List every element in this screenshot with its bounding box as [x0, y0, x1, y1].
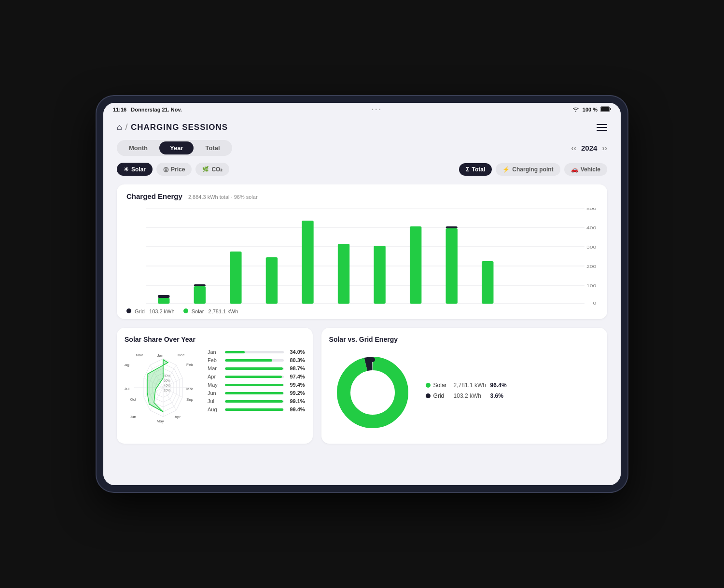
pill-charging-point[interactable]: ⚡ Charging point — [496, 163, 560, 176]
svg-rect-16 — [158, 298, 169, 304]
svg-text:Sep: Sep — [186, 397, 194, 402]
solar-table-row-jun: Jun 99.2% — [208, 390, 305, 396]
tab-month[interactable]: Month — [118, 141, 158, 154]
svg-rect-32 — [410, 226, 421, 304]
pill-price[interactable]: ◎ Price — [156, 163, 192, 176]
svg-rect-24 — [266, 257, 278, 304]
bar-chart-area: 500 400 300 200 100 0 kWh Jan — [126, 208, 598, 305]
status-bar: 11:16 Donnerstag 21. Nov. ··· 100 % — [103, 103, 621, 116]
charging-icon: ⚡ — [502, 166, 510, 173]
svg-text:40%: 40% — [164, 384, 170, 387]
donut-area: Solar 2,781.1 kWh 96.4% Grid 103.2 kWh 3… — [329, 349, 599, 436]
donut-legend-solar: Solar 2,781.1 kWh 96.4% — [426, 382, 507, 389]
chart-legend: Grid 103.2 kWh Solar 2,781.1 kWh — [126, 308, 598, 314]
legend-solar: Solar 2,781.1 kWh — [183, 308, 238, 314]
co2-icon: 🌿 — [202, 166, 209, 172]
metric-view-row: ☀ Solar ◎ Price 🌿 CO₂ Σ Total — [117, 163, 607, 176]
solar-table-row-mar: Mar 98.7% — [208, 365, 305, 371]
status-time-date: 11:16 Donnerstag 21. Nov. — [113, 107, 182, 112]
svg-text:200: 200 — [586, 264, 596, 269]
svg-text:Nov: Nov — [136, 353, 143, 357]
page-title: CHARGING SESSIONS — [131, 123, 228, 132]
view-pills: Σ Total ⚡ Charging point 🚗 Vehicle — [459, 163, 607, 176]
svg-rect-30 — [374, 246, 385, 304]
svg-text:Feb: Feb — [186, 363, 193, 367]
year-nav: ‹‹ 2024 ›› — [571, 144, 607, 153]
price-icon: ◎ — [163, 166, 168, 173]
pill-vehicle[interactable]: 🚗 Vehicle — [564, 163, 607, 176]
metric-pills: ☀ Solar ◎ Price 🌿 CO₂ — [117, 163, 229, 176]
svg-rect-34 — [446, 228, 458, 304]
tab-year[interactable]: Year — [159, 141, 194, 154]
solar-share-card: Solar Share Over Year — [117, 328, 313, 444]
sigma-icon: Σ — [466, 166, 469, 173]
status-center-dots: ··· — [372, 105, 382, 114]
radar-svg: 80% 60% 40% 20% Jan Feb Mar Apr May Jun — [125, 349, 202, 426]
svg-text:Mar: Mar — [186, 387, 193, 391]
svg-text:60%: 60% — [164, 379, 170, 382]
status-right: 100 % — [572, 106, 611, 113]
svg-text:Aug: Aug — [125, 363, 129, 367]
solar-table-row-apr: Apr 97.4% — [208, 374, 305, 379]
svg-rect-28 — [338, 244, 349, 304]
home-icon[interactable]: ⌂ — [117, 122, 122, 132]
vehicle-icon: 🚗 — [571, 166, 578, 173]
svg-text:80%: 80% — [164, 374, 170, 378]
donut-legend-grid: Grid 103.2 kWh 3.6% — [426, 392, 507, 399]
prev-year-button[interactable]: ‹‹ — [571, 144, 576, 153]
chart-header: Charged Energy 2,884.3 kWh total · 96% s… — [126, 192, 598, 202]
donut-svg — [329, 349, 416, 436]
svg-rect-35 — [446, 226, 458, 228]
svg-point-71 — [351, 371, 394, 414]
svg-point-72 — [370, 357, 375, 362]
radar-chart: 80% 60% 40% 20% Jan Feb Mar Apr May Jun — [125, 349, 202, 426]
menu-icon[interactable] — [597, 124, 607, 131]
device-frame: 11:16 Donnerstag 21. Nov. ··· 100 % — [97, 96, 627, 492]
svg-rect-20 — [194, 284, 206, 286]
battery-icon — [600, 106, 611, 113]
tab-total[interactable]: Total — [195, 141, 230, 154]
svg-text:Oct: Oct — [130, 397, 137, 402]
breadcrumb-separator: / — [125, 122, 128, 132]
svg-text:100: 100 — [586, 283, 596, 288]
chart-subtitle: 2,884.3 kWh total · 96% solar — [188, 194, 258, 200]
svg-text:Dec: Dec — [178, 353, 184, 357]
svg-text:20%: 20% — [164, 389, 170, 392]
donut-legend: Solar 2,781.1 kWh 96.4% Grid 103.2 kWh 3… — [426, 382, 507, 403]
svg-text:Jul: Jul — [125, 387, 129, 391]
chart-title: Charged Energy — [126, 192, 182, 200]
svg-rect-26 — [302, 221, 313, 304]
solar-table-row-feb: Feb 80.3% — [208, 357, 305, 363]
legend-grid: Grid 103.2 kWh — [126, 308, 175, 314]
bar-chart-svg: 500 400 300 200 100 0 kWh Jan — [126, 208, 598, 305]
svg-text:300: 300 — [586, 245, 596, 250]
app-content: ⌂ / CHARGING SESSIONS Month Year Total ‹… — [103, 116, 621, 485]
top-bar: ⌂ / CHARGING SESSIONS — [117, 122, 607, 132]
solar-dot — [426, 383, 431, 388]
solar-table-row-aug: Aug 99.4% — [208, 406, 305, 412]
svg-text:May: May — [156, 419, 164, 423]
svg-text:Apr: Apr — [175, 415, 181, 419]
sun-icon: ☀ — [124, 166, 129, 173]
solar-table-row-jul: Jul 99.1% — [208, 398, 305, 404]
svg-rect-1 — [601, 107, 609, 111]
period-tab-group: Month Year Total — [117, 140, 232, 156]
wifi-icon — [572, 106, 580, 113]
grid-dot — [426, 393, 431, 398]
pill-total[interactable]: Σ Total — [459, 163, 492, 176]
charged-energy-chart: Charged Energy 2,884.3 kWh total · 96% s… — [117, 184, 607, 319]
svg-text:Jan: Jan — [157, 353, 164, 358]
svg-rect-19 — [194, 286, 206, 304]
svg-rect-17 — [158, 295, 169, 298]
svg-text:Jun: Jun — [130, 415, 136, 419]
device-screen: 11:16 Donnerstag 21. Nov. ··· 100 % — [103, 103, 621, 485]
current-year: 2024 — [581, 144, 597, 152]
solar-share-table: Jan 34.0% Feb 80 — [208, 349, 305, 415]
svg-rect-2 — [610, 108, 611, 110]
pill-co2[interactable]: 🌿 CO₂ — [195, 163, 229, 176]
solar-table-row-may: May 99.4% — [208, 382, 305, 388]
pill-solar[interactable]: ☀ Solar — [117, 163, 153, 176]
solar-share-title: Solar Share Over Year — [125, 336, 305, 343]
next-year-button[interactable]: ›› — [602, 144, 607, 153]
solar-vs-grid-title: Solar vs. Grid Energy — [329, 336, 599, 343]
